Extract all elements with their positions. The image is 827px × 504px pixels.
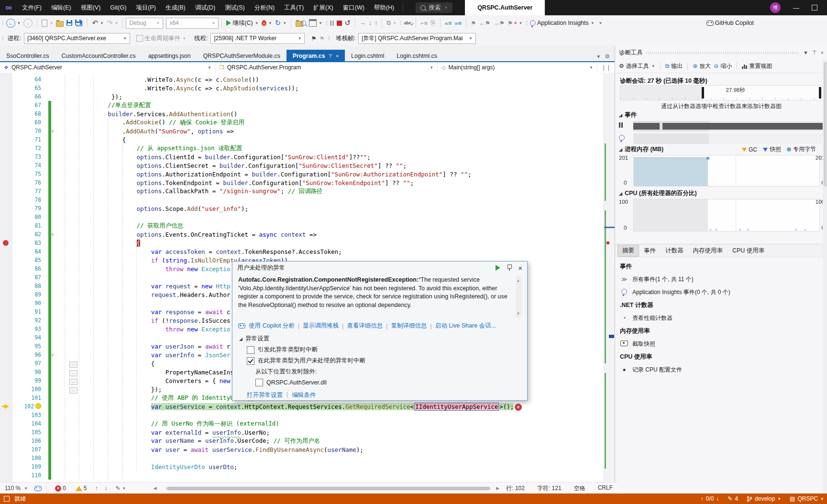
- session-timeline[interactable]: 27.98秒: [620, 85, 824, 100]
- hscroll-left-icon[interactable]: ◀: [153, 486, 156, 491]
- code-line-71[interactable]: 71{: [0, 135, 604, 144]
- background-tasks-icon[interactable]: [4, 496, 10, 502]
- code-line-66[interactable]: 66});: [0, 92, 604, 101]
- panel-pin-icon[interactable]: ⊤: [812, 50, 817, 56]
- dialog-link-0[interactable]: 使用 Copilot 分析: [249, 322, 295, 330]
- code-line-70[interactable]: 70∨.AddOAuth("SunGrow", options =>: [0, 127, 604, 135]
- memory-section-header[interactable]: ◢进程内存 (MB): [619, 145, 663, 153]
- toolbar-grip[interactable]: ⁞⁞: [2, 21, 3, 26]
- lifecycle-events-button[interactable]: 生命周期事件▼: [135, 33, 187, 44]
- close-icon[interactable]: ×: [518, 264, 522, 272]
- panel-menu-icon[interactable]: ▼: [803, 50, 808, 55]
- code-line-78[interactable]: 78: [0, 196, 604, 204]
- dialog-footer-link-0[interactable]: 打开异常设置: [247, 391, 283, 399]
- navigate-forward-button[interactable]: →: [22, 17, 34, 29]
- spaces-indicator[interactable]: 空格: [574, 484, 585, 493]
- summary-item-截取快照[interactable]: 截取快照: [615, 338, 826, 350]
- document-list-icon[interactable]: ▾: [597, 53, 600, 60]
- code-line-83[interactable]: 83{: [0, 239, 604, 247]
- split-editor-icon[interactable]: ❘❘: [597, 62, 615, 73]
- panel-tab-CPU 使用率[interactable]: CPU 使用率: [728, 245, 769, 256]
- github-copilot-button[interactable]: GitHub Copilot: [705, 17, 755, 29]
- code-map-button[interactable]: ⧉▼: [385, 17, 398, 29]
- copilot-status-icon[interactable]: [34, 486, 42, 491]
- panel-tab-事件[interactable]: 事件: [640, 245, 660, 256]
- horizontal-scrollbar[interactable]: [165, 486, 487, 491]
- continue-icon[interactable]: [496, 265, 500, 271]
- exception-checkbox-0[interactable]: 引发此异常类型时中断: [247, 346, 527, 354]
- error-icon[interactable]: ×: [515, 404, 522, 411]
- panel-tab-计数器[interactable]: 计数器: [661, 245, 688, 256]
- tab-Login.cshtml.cs[interactable]: Login.cshtml.cs: [390, 50, 443, 62]
- code-line-65[interactable]: 65.WriteTo.Async(c => c.AbpStudio(servic…: [0, 84, 604, 92]
- code-line-74[interactable]: 74options.ClientSecret = builder.Configu…: [0, 161, 604, 170]
- breadcrumb-class-dropdown[interactable]: ❐ QRSPC.AuthServer.Program▼: [216, 62, 438, 73]
- hot-reload-button[interactable]: ▼: [260, 17, 274, 29]
- git-sync-button[interactable]: ↑0/0↓: [701, 495, 719, 502]
- code-line-69[interactable]: 69.AddCookie() // 确保 Cookie 登录启用: [0, 118, 604, 127]
- code-line-73[interactable]: 73options.ClientId = builder.Configurati…: [0, 153, 604, 161]
- flag-threads-button[interactable]: ⚑: [309, 33, 318, 44]
- lightbulb-suggestion-icon[interactable]: [35, 403, 41, 409]
- menu-Git(G)[interactable]: Git(G): [105, 0, 131, 15]
- exception-settings-expander[interactable]: ◢异常设置: [239, 335, 521, 343]
- undo-button[interactable]: ↶▼: [90, 17, 105, 29]
- code-line-79[interactable]: 79options.Scope.Add("user_info");: [0, 204, 604, 213]
- panel-tool-gear[interactable]: ⚙选择工具▼: [619, 62, 655, 70]
- code-line-67[interactable]: 67//单点登录配置: [0, 101, 604, 110]
- indent-increase-button[interactable]: »≡: [453, 17, 463, 29]
- inline-hint-icon[interactable]: …: [69, 370, 77, 376]
- spell-check-button[interactable]: abc✓: [403, 17, 413, 29]
- git-repo-button[interactable]: ▤ QRSPC▼: [790, 495, 824, 502]
- inline-hint-icon[interactable]: …: [69, 379, 77, 385]
- code-line-68[interactable]: 68builder.Services.AddAuthentication(): [0, 110, 604, 118]
- pause-button[interactable]: [329, 17, 335, 29]
- git-branch-button[interactable]: develop▼: [747, 495, 781, 502]
- break-events-track[interactable]: [619, 121, 824, 132]
- application-insights-button[interactable]: Application Insights▼▼: [529, 17, 604, 29]
- tab-settings-gear-icon[interactable]: ⚙: [605, 53, 610, 60]
- new-file-button[interactable]: ▼: [40, 17, 55, 29]
- code-line-102[interactable]: 102var userService = context.HttpContext…: [0, 402, 604, 411]
- errors-indicator[interactable]: ×0: [54, 482, 67, 494]
- summary-item-Application Insights 事件(0 个, 共 0 个)[interactable]: Application Insights 事件(0 个, 共 0 个): [615, 286, 826, 298]
- panel-close-icon[interactable]: ×: [821, 50, 824, 55]
- pending-edits-button[interactable]: ✎4: [728, 495, 738, 502]
- warnings-indicator[interactable]: 5: [74, 482, 88, 494]
- menu-分析(N)[interactable]: 分析(N): [250, 0, 279, 15]
- menu-扩展(X)[interactable]: 扩展(X): [309, 0, 338, 15]
- process-dropdown[interactable]: [3460] QRSPC.AuthServer.exe▼: [24, 33, 130, 44]
- checkbox-icon[interactable]: [247, 357, 254, 365]
- next-bookmark-button[interactable]: →⚑: [492, 17, 506, 29]
- tab-appsettings.json[interactable]: appsettings.json: [142, 50, 197, 62]
- line-ending-indicator[interactable]: CRLF: [598, 484, 613, 493]
- timeline-marker[interactable]: [702, 87, 704, 99]
- breadcrumb-project-dropdown[interactable]: ❖ QRSPC.AuthServer▼: [0, 62, 216, 73]
- navigate-back-button[interactable]: ←▼: [5, 17, 22, 29]
- code-line-80[interactable]: 80: [0, 213, 604, 221]
- code-line-110[interactable]: 110: [0, 471, 604, 480]
- save-button[interactable]: [65, 17, 74, 29]
- summary-item-所有事件(1 个, 共 11 个)[interactable]: ≫所有事件(1 个, 共 11 个): [615, 273, 826, 285]
- close-icon[interactable]: ×: [336, 54, 339, 59]
- menu-调试(D)[interactable]: 调试(D): [190, 0, 220, 15]
- dialog-link-4[interactable]: 启动 Live Share 会话...: [435, 322, 496, 330]
- menu-窗口(W)[interactable]: 窗口(W): [338, 0, 369, 15]
- restart-process-button[interactable]: ↺: [343, 17, 353, 29]
- memory-chart[interactable]: [633, 155, 820, 186]
- code-line-104[interactable]: 104// 用 UserNo 作为唯一标识 (externalId): [0, 419, 604, 428]
- code-line-76[interactable]: 76options.TokenEndpoint = builder.Config…: [0, 178, 604, 187]
- restart-button[interactable]: ↻▼: [274, 17, 288, 29]
- menu-测试(S)[interactable]: 测试(S): [220, 0, 250, 15]
- tab-SsoController.cs[interactable]: SsoController.cs: [0, 50, 55, 62]
- step-over-button[interactable]: →: [358, 17, 367, 29]
- stack-frame-dropdown[interactable]: [异常] QRSPC.AuthServer.Program.Mai▼: [358, 33, 476, 44]
- dialog-scrollbar[interactable]: ▲▼: [516, 276, 521, 318]
- find-in-files-button[interactable]: [294, 17, 308, 29]
- menu-生成(B)[interactable]: 生成(B): [161, 0, 190, 15]
- tab-Program.cs[interactable]: Program.cs⊤×: [287, 50, 345, 62]
- selection-mode-button[interactable]: ⌐≡: [419, 17, 429, 29]
- dll-exclude-checkbox[interactable]: QRSPC.AuthServer.dll: [255, 379, 527, 386]
- maximize-button[interactable]: [812, 5, 817, 11]
- breadcrumb-member-dropdown[interactable]: ◇ Main(string[] args)▼: [438, 62, 597, 73]
